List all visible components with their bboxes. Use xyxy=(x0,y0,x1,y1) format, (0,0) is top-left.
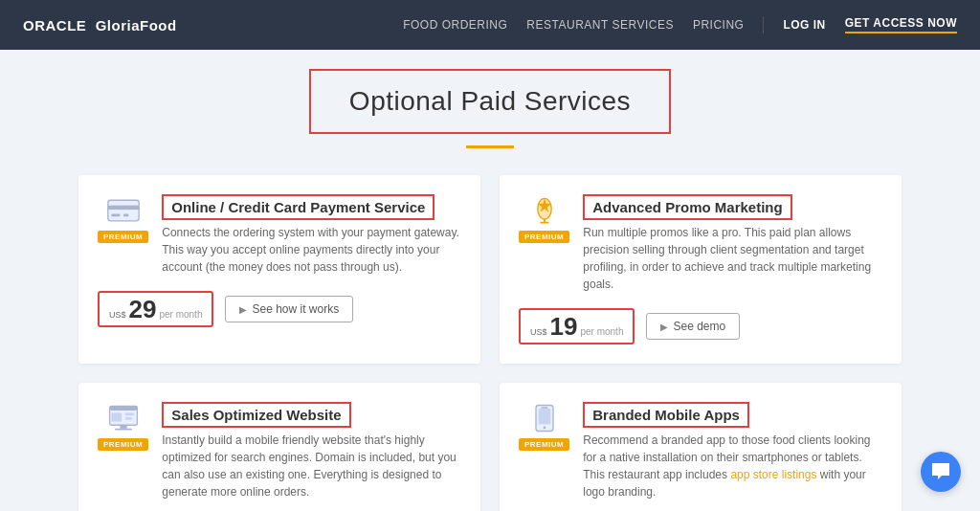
card-payment-service: PREMIUM Online / Credit Card Payment Ser… xyxy=(78,175,480,364)
svg-rect-12 xyxy=(124,417,131,420)
promo-price-amount: 19 xyxy=(550,314,578,339)
premium-badge-payment: PREMIUM xyxy=(98,231,148,243)
promo-card-actions: US$ 19 per month ▶ See demo xyxy=(519,308,882,344)
payment-price-box: US$ 29 per month xyxy=(98,291,213,327)
card-sales-website: PREMIUM Sales Optimized Website Instantl… xyxy=(78,383,480,511)
svg-point-17 xyxy=(543,427,546,430)
premium-badge-promo: PREMIUM xyxy=(519,231,569,243)
chat-bubble-button[interactable] xyxy=(921,452,961,492)
svg-rect-18 xyxy=(541,407,547,408)
payment-icon xyxy=(104,194,143,227)
svg-rect-13 xyxy=(120,425,126,429)
premium-badge-apps: PREMIUM xyxy=(519,438,569,451)
card-top: PREMIUM Online / Credit Card Payment Ser… xyxy=(98,194,461,276)
payment-card-title: Online / Credit Card Payment Service xyxy=(162,194,434,220)
card-branded-apps: PREMIUM Branded Mobile Apps Recommend a … xyxy=(500,383,902,511)
promo-btn-arrow-icon: ▶ xyxy=(660,322,668,332)
svg-rect-16 xyxy=(538,409,550,424)
premium-badge-website: PREMIUM xyxy=(98,438,148,451)
payment-see-button[interactable]: ▶ See how it works xyxy=(225,296,353,322)
payment-card-content: Online / Credit Card Payment Service Con… xyxy=(162,194,461,276)
payment-icon-wrap: PREMIUM xyxy=(98,194,148,243)
website-icon-wrap: PREMIUM xyxy=(98,402,148,451)
payment-card-desc: Connects the ordering system with your p… xyxy=(162,224,461,276)
promo-price-period: per month xyxy=(580,326,623,337)
logo-oracle: ORACLE xyxy=(23,17,86,33)
apps-card-title: Branded Mobile Apps xyxy=(583,402,749,428)
promo-price-box: US$ 19 per month xyxy=(519,308,635,344)
promo-card-title: Advanced Promo Marketing xyxy=(583,194,791,220)
nav-links: FOOD ORDERING RESTAURANT SERVICES PRICIN… xyxy=(403,16,957,33)
website-icon xyxy=(104,402,143,434)
apps-card-desc: Recommend a branded app to those food cl… xyxy=(583,432,882,500)
payment-price-amount: 29 xyxy=(129,297,157,322)
section-title: Optional Paid Services xyxy=(349,86,631,117)
website-card-content: Sales Optimized Website Instantly build … xyxy=(162,402,461,500)
logo-brand: GloriaFood xyxy=(96,17,177,33)
nav-pricing[interactable]: PRICING xyxy=(693,18,745,32)
card-promo-marketing: PREMIUM Advanced Promo Marketing Run mul… xyxy=(500,175,902,364)
website-card-desc: Instantly build a mobile friendly websit… xyxy=(162,432,461,500)
svg-rect-3 xyxy=(123,214,128,217)
card-top: PREMIUM Sales Optimized Website Instantl… xyxy=(98,402,461,500)
svg-rect-11 xyxy=(124,413,133,416)
nav-food-ordering[interactable]: FOOD ORDERING xyxy=(403,18,507,32)
page-content: Optional Paid Services PREMIUM xyxy=(59,50,921,511)
svg-rect-10 xyxy=(111,413,122,422)
promo-icon-wrap: PREMIUM xyxy=(519,194,569,243)
website-card-title: Sales Optimized Website xyxy=(162,402,350,428)
payment-card-actions: US$ 29 per month ▶ See how it works xyxy=(98,291,461,327)
card-top: PREMIUM Advanced Promo Marketing Run mul… xyxy=(519,194,882,293)
nav-get-access[interactable]: GET ACCESS NOW xyxy=(845,16,957,33)
nav-divider xyxy=(763,16,764,33)
payment-price-period: per month xyxy=(159,309,202,320)
nav-restaurant-services[interactable]: RESTAURANT SERVICES xyxy=(526,18,674,32)
promo-card-content: Advanced Promo Marketing Run multiple pr… xyxy=(583,194,882,293)
promo-see-button[interactable]: ▶ See demo xyxy=(646,313,740,340)
chat-icon xyxy=(930,461,951,482)
svg-rect-1 xyxy=(107,206,138,211)
promo-icon xyxy=(525,194,564,227)
section-title-box: Optional Paid Services xyxy=(309,69,671,134)
payment-btn-arrow-icon: ▶ xyxy=(239,304,247,315)
svg-rect-0 xyxy=(107,200,138,221)
apps-icon-wrap: PREMIUM xyxy=(519,402,569,451)
apps-card-content: Branded Mobile Apps Recommend a branded … xyxy=(583,402,882,500)
promo-card-desc: Run multiple promos like a pro. This pai… xyxy=(583,224,882,293)
nav-login[interactable]: LOG IN xyxy=(783,18,825,32)
apps-icon xyxy=(525,402,564,434)
card-top: PREMIUM Branded Mobile Apps Recommend a … xyxy=(519,402,882,500)
svg-rect-14 xyxy=(115,429,132,431)
cards-grid: PREMIUM Online / Credit Card Payment Ser… xyxy=(78,175,902,511)
logo: ORACLE GloriaFood xyxy=(23,17,177,33)
section-title-wrap: Optional Paid Services xyxy=(78,69,902,148)
promo-price-currency: US$ xyxy=(530,327,547,337)
svg-rect-2 xyxy=(111,214,120,217)
navbar: ORACLE GloriaFood FOOD ORDERING RESTAURA… xyxy=(0,0,980,50)
section-underline xyxy=(466,145,514,148)
payment-price-currency: US$ xyxy=(109,310,126,320)
svg-rect-9 xyxy=(109,406,137,411)
app-store-listings-link[interactable]: app store listings xyxy=(730,468,816,481)
